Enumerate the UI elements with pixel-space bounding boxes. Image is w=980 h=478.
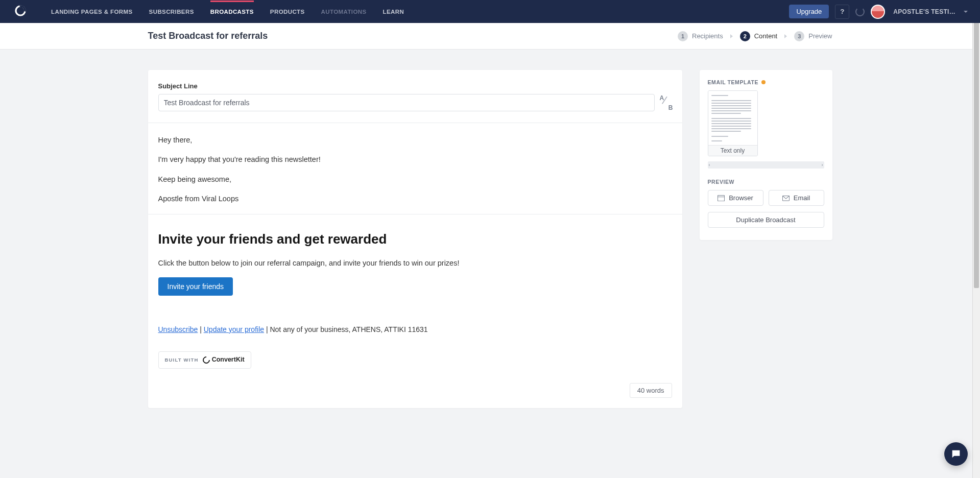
chevron-down-icon[interactable] <box>964 11 968 13</box>
preview-label: PREVIEW <box>708 179 824 185</box>
top-nav: LANDING PAGES & FORMS SUBSCRIBERS BROADC… <box>0 0 980 23</box>
footer-sep2: | <box>264 325 270 333</box>
email-template-text: EMAIL TEMPLATE <box>708 79 759 85</box>
footer-address: Not any of your business, ATHENS, ATTIKI… <box>270 325 427 333</box>
nav-right: Upgrade ? APOSTLE'S TESTI… <box>789 5 968 19</box>
nav-landing[interactable]: LANDING PAGES & FORMS <box>51 1 133 22</box>
avatar[interactable] <box>871 5 885 19</box>
convertkit-brand: ConvertKit <box>212 355 245 365</box>
status-dot-icon <box>761 80 766 84</box>
built-with-label: BUILT WITH <box>165 356 199 364</box>
template-next[interactable]: › <box>822 162 823 168</box>
footer-sep1: | <box>198 325 203 333</box>
body-p4: Apostle from Viral Loops <box>158 193 672 204</box>
side-card: EMAIL TEMPLATE Text only ‹ › PRE <box>700 70 832 240</box>
nav-products[interactable]: PRODUCTS <box>270 1 305 22</box>
nav-broadcasts[interactable]: BROADCASTS <box>210 1 254 22</box>
step-num-2: 2 <box>740 31 750 41</box>
preview-row: Browser Email <box>708 190 824 206</box>
subject-label: Subject Line <box>158 82 672 90</box>
main: Subject Line A / B Hey there, I'm very h… <box>148 70 832 408</box>
preview-browser-label: Browser <box>729 194 753 202</box>
upgrade-button[interactable]: Upgrade <box>789 5 829 18</box>
step-num-3: 3 <box>794 31 804 41</box>
page-title: Test Broadcast for referrals <box>148 31 268 41</box>
step-label-1: Recipients <box>692 32 723 40</box>
update-profile-link[interactable]: Update your profile <box>204 325 264 333</box>
window-icon <box>718 195 725 201</box>
body-p2: I'm very happy that you're reading this … <box>158 154 672 165</box>
preview-email-button[interactable]: Email <box>769 190 824 206</box>
logo-icon[interactable] <box>14 5 27 19</box>
template-thumb[interactable]: Text only <box>708 90 758 156</box>
convertkit-logo: ConvertKit <box>203 355 245 365</box>
body-p5: Click the button below to join our refer… <box>158 257 672 269</box>
svg-rect-1 <box>718 195 725 201</box>
subject-input[interactable] <box>158 94 655 111</box>
template-name: Text only <box>708 145 757 156</box>
step-label-3: Preview <box>808 32 832 40</box>
editor-card: Subject Line A / B Hey there, I'm very h… <box>148 70 682 408</box>
divider <box>148 214 682 214</box>
email-template-label: EMAIL TEMPLATE <box>708 79 824 85</box>
duplicate-broadcast-button[interactable]: Duplicate Broadcast <box>708 212 824 228</box>
help-button[interactable]: ? <box>835 5 849 19</box>
body-p3: Keep being awesome, <box>158 174 672 185</box>
convertkit-logo-icon <box>201 355 211 365</box>
word-count: 40 words <box>158 383 672 398</box>
steps: 1 Recipients 2 Content 3 Preview <box>678 31 832 41</box>
spinner-icon <box>855 7 865 16</box>
scrollbar-thumb[interactable] <box>974 1 979 288</box>
user-label[interactable]: APOSTLE'S TESTI… <box>893 8 955 15</box>
template-preview <box>708 91 757 145</box>
subheader: Test Broadcast for referrals 1 Recipient… <box>0 23 980 50</box>
email-body[interactable]: Hey there, I'm very happy that you're re… <box>158 134 672 369</box>
ab-toggle[interactable]: A / B <box>660 95 672 110</box>
nav-items: LANDING PAGES & FORMS SUBSCRIBERS BROADC… <box>51 1 404 22</box>
nav-learn[interactable]: LEARN <box>383 1 404 22</box>
nav-subscribers[interactable]: SUBSCRIBERS <box>149 1 194 22</box>
step-label-2: Content <box>754 32 778 40</box>
footer-text: Unsubscribe | Update your profile | Not … <box>158 324 672 336</box>
scrollbar[interactable] <box>972 0 980 428</box>
step-preview[interactable]: 3 Preview <box>794 31 832 41</box>
preview-browser-button[interactable]: Browser <box>708 190 763 206</box>
mail-icon <box>782 195 790 201</box>
word-count-value: 40 words <box>630 383 672 398</box>
step-sep-icon <box>784 34 787 38</box>
step-num-1: 1 <box>678 31 688 41</box>
ab-b-label: B <box>668 104 673 111</box>
step-recipients[interactable]: 1 Recipients <box>678 31 723 41</box>
divider <box>148 123 682 123</box>
step-content[interactable]: 2 Content <box>740 31 778 41</box>
nav-automations[interactable]: AUTOMATIONS <box>321 1 367 22</box>
template-prev[interactable]: ‹ <box>709 162 710 168</box>
unsubscribe-link[interactable]: Unsubscribe <box>158 325 198 333</box>
preview-email-label: Email <box>794 194 810 202</box>
step-sep-icon <box>730 34 733 38</box>
body-p1: Hey there, <box>158 134 672 146</box>
invite-button[interactable]: Invite your friends <box>158 277 233 296</box>
template-nav: ‹ › <box>708 161 824 169</box>
body-heading: Invite your friends and get rewarded <box>158 229 672 249</box>
built-with-badge[interactable]: BUILT WITH ConvertKit <box>158 351 251 368</box>
